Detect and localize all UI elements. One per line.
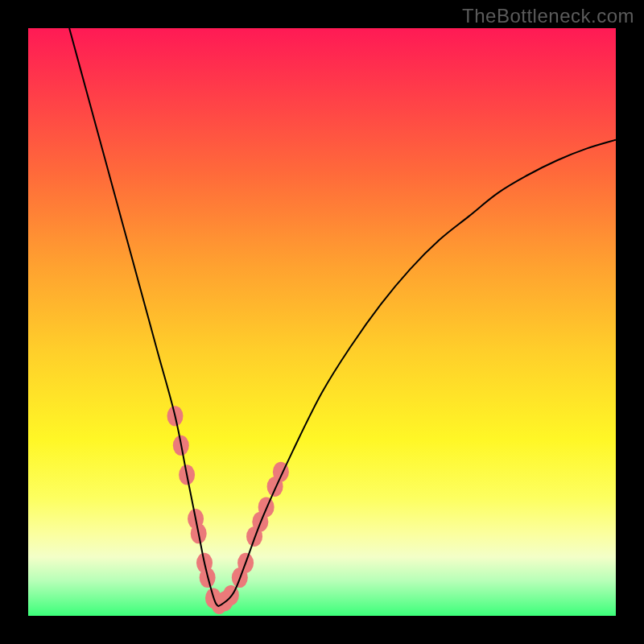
chart-curve [69,28,616,606]
chart-frame: TheBottleneck.com [0,0,644,644]
plot-area [28,28,616,616]
chart-svg [28,28,616,616]
watermark-text: TheBottleneck.com [462,5,634,27]
chart-markers [167,406,289,614]
